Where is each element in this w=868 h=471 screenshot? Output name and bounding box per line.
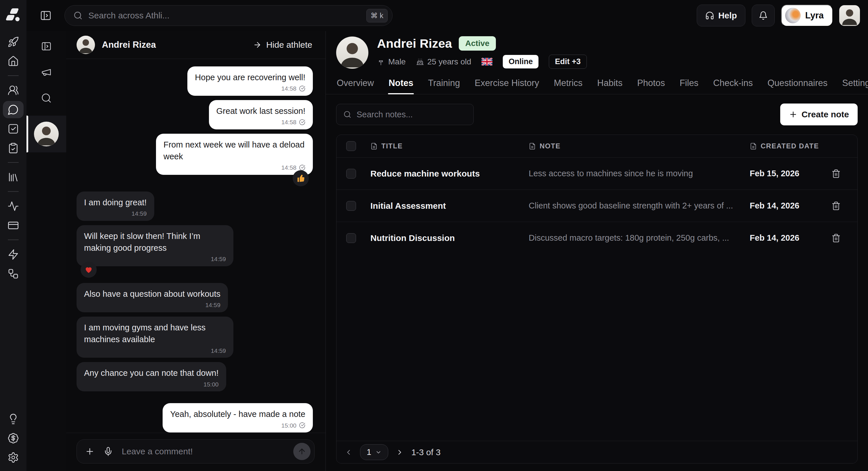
profile-tabs: Overview Notes Training Exercise History… [326, 76, 868, 94]
chat-message-incoming[interactable]: Any chance you can note that down! 15:00 [76, 362, 226, 391]
message-time: 15:00 [281, 421, 297, 430]
notes-search[interactable] [336, 104, 474, 125]
table-empty-space [336, 254, 857, 441]
check-square-icon[interactable] [0, 119, 27, 138]
notifications-button[interactable] [752, 5, 775, 27]
dollar-badge-icon[interactable] [0, 429, 27, 448]
tab-metrics[interactable]: Metrics [553, 76, 583, 94]
edit-button[interactable]: Edit +3 [549, 55, 587, 69]
tab-files[interactable]: Files [679, 76, 699, 94]
plus-icon[interactable] [85, 446, 95, 456]
delete-note-button[interactable] [832, 169, 841, 178]
tab-questionnaires[interactable]: Questionnaires [767, 76, 828, 94]
chat-message-incoming[interactable]: I am moving gyms and have less machines … [76, 316, 234, 358]
topbar: ⌘ k Help Lyra [27, 0, 868, 31]
table-row[interactable]: Nutrition Discussion Discussed macro tar… [336, 222, 857, 254]
tab-training[interactable]: Training [427, 76, 461, 94]
document-icon [529, 143, 536, 150]
tab-exercise-history[interactable]: Exercise History [474, 76, 539, 94]
zap-icon[interactable] [0, 245, 27, 264]
column-note-label: Note [539, 142, 561, 150]
column-note[interactable]: Note [529, 142, 750, 150]
global-search-input[interactable] [88, 11, 361, 21]
chat-athlete-name: Andrei Rizea [102, 40, 156, 50]
home-icon[interactable] [0, 52, 27, 71]
row-checkbox[interactable] [346, 233, 356, 243]
chat-icon[interactable] [0, 100, 27, 119]
heart-reaction[interactable] [81, 262, 97, 278]
table-row[interactable]: Initial Assessment Client shows good bas… [336, 190, 857, 222]
table-row[interactable]: Reduce machine workouts Less access to m… [336, 157, 857, 190]
clipboard-icon[interactable] [0, 138, 27, 158]
send-button[interactable] [293, 443, 311, 460]
chat-message-incoming[interactable]: I am doing great! 14:59 [76, 192, 154, 221]
library-icon[interactable] [0, 167, 27, 187]
age-label: 25 years old [427, 57, 471, 66]
workflow-icon[interactable] [0, 264, 27, 283]
sidebar-nav [0, 32, 27, 283]
chevron-down-icon [375, 449, 382, 456]
select-all-checkbox[interactable] [346, 141, 356, 151]
chat-message-outgoing[interactable]: Great work last session! 14:58 [209, 100, 313, 129]
comment-composer[interactable] [76, 439, 315, 464]
chat-message-outgoing[interactable]: From next week we will have a deload wee… [156, 134, 313, 175]
microphone-icon[interactable] [103, 446, 113, 456]
sidebar-divider [8, 75, 19, 76]
table-header: Title Note Created Date [336, 135, 857, 157]
message-time: 14:59 [211, 255, 226, 263]
chat-message-incoming[interactable]: Also have a question about workouts 14:5… [76, 283, 228, 312]
chat-header: Andrei Rizea Hide athlete [66, 31, 326, 59]
shortcut-badge: ⌘ k [366, 9, 388, 23]
credit-card-icon[interactable] [0, 216, 27, 235]
help-button[interactable]: Help [697, 5, 745, 27]
column-title-label: Title [381, 142, 403, 150]
chevron-left-icon[interactable] [344, 448, 352, 456]
chat-rail [27, 31, 66, 471]
panel-toggle-icon[interactable] [40, 9, 52, 22]
lightbulb-icon[interactable] [0, 409, 27, 429]
tab-photos[interactable]: Photos [637, 76, 666, 94]
online-status-button[interactable]: Online [503, 55, 538, 68]
sidebar-bottom [0, 409, 27, 471]
tab-habits[interactable]: Habits [597, 76, 623, 94]
create-note-label: Create note [802, 109, 849, 119]
megaphone-icon[interactable] [27, 59, 66, 85]
chat-message-outgoing[interactable]: Hope you are recovering well! 14:58 [187, 66, 313, 96]
thumbs-up-reaction[interactable] [293, 170, 309, 186]
chat-message-outgoing[interactable]: Yeah, absolutely - have made a note 15:0… [163, 403, 313, 433]
athletes-icon[interactable] [0, 80, 27, 100]
search-icon[interactable] [27, 85, 66, 111]
notes-search-input[interactable] [356, 110, 467, 119]
hide-athlete-button[interactable]: Hide athlete [253, 40, 312, 50]
column-created-date[interactable]: Created Date [750, 142, 825, 150]
athlete-conversation-item[interactable] [27, 115, 66, 153]
row-checkbox[interactable] [346, 169, 356, 178]
rocket-icon[interactable] [0, 32, 27, 52]
panel-toggle-icon[interactable] [27, 33, 66, 59]
chevron-right-icon[interactable] [396, 448, 404, 456]
chat-message-incoming[interactable]: Will keep it slow then! Think I’m making… [76, 225, 234, 266]
delete-note-button[interactable] [832, 234, 841, 243]
tab-notes[interactable]: Notes [388, 76, 414, 94]
note-preview: Less access to machines since he is movi… [529, 169, 750, 178]
content-row: Andrei Rizea Hide athlete Hope you are r… [27, 31, 868, 471]
delete-note-button[interactable] [832, 201, 841, 210]
gear-icon[interactable] [0, 448, 27, 467]
user-avatar[interactable] [839, 5, 860, 26]
lyra-label: Lyra [805, 10, 824, 21]
check-circle-icon [299, 422, 305, 429]
topbar-right: Help Lyra [697, 5, 860, 27]
lyra-assistant-button[interactable]: Lyra [781, 5, 833, 27]
comment-input[interactable] [122, 446, 285, 456]
page-selector[interactable]: 1 [360, 444, 388, 460]
column-title[interactable]: Title [370, 142, 529, 150]
activity-icon[interactable] [0, 196, 27, 216]
tab-check-ins[interactable]: Check-ins [713, 76, 753, 94]
global-search[interactable]: ⌘ k [64, 5, 393, 26]
tab-settings[interactable]: Settings [841, 76, 868, 94]
trash-icon [832, 201, 841, 210]
tab-overview[interactable]: Overview [336, 76, 374, 94]
create-note-button[interactable]: Create note [780, 103, 858, 125]
row-checkbox[interactable] [346, 201, 356, 211]
message-text: I am doing great! [84, 198, 147, 207]
